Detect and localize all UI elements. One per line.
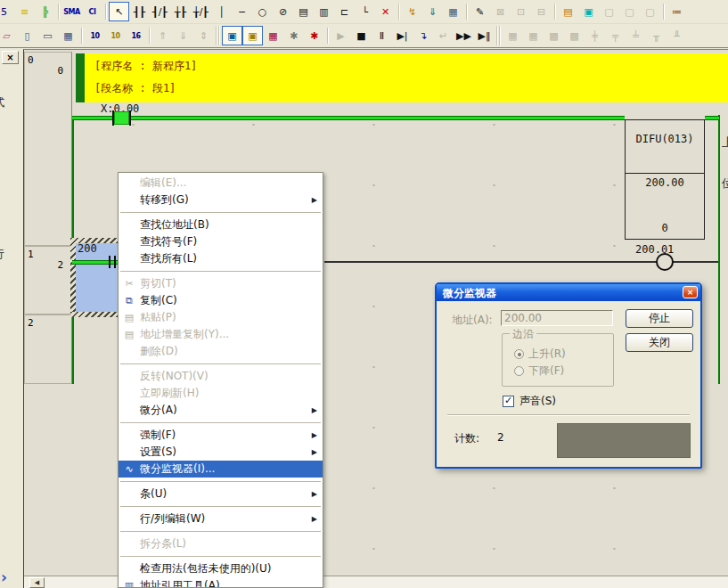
run-to-end-icon[interactable]: ▶‖: [474, 26, 495, 45]
step-into-icon[interactable]: ↴: [413, 26, 433, 45]
transfer-to-plc-icon[interactable]: ↯: [402, 2, 422, 21]
rung-0-output-wire: [705, 116, 719, 120]
decimal-monitor-icon[interactable]: 10: [85, 26, 105, 45]
hex-monitor-icon[interactable]: 16: [126, 26, 146, 45]
dialog-title-bar[interactable]: 微分监视器 ×: [437, 284, 700, 301]
pause-monitor-icon[interactable]: ▣: [242, 26, 263, 45]
cx-programmer-window: 5≡╠SMACI↖┨┠┨/┠╁┠╁/┠│─○⊘▤▥⊏└✕↯⇓▦✎⊠⊡⊟▤▣▢▢▢…: [0, 0, 728, 588]
stop-button[interactable]: 停止: [626, 309, 693, 328]
coil-closed-icon[interactable]: ⊘: [273, 2, 293, 21]
compare-with-plc-icon[interactable]: ▦: [443, 2, 463, 21]
menu-item-differential-monitor[interactable]: ∿微分监视器(I)...: [119, 461, 323, 478]
menu-item-force[interactable]: 强制(F)▶: [119, 427, 323, 444]
toolbar-separator: [463, 2, 470, 21]
or-contact-nc-icon[interactable]: ╁/┠: [191, 2, 211, 21]
menu-item-edit: 编辑(E)...: [119, 175, 323, 192]
dialog-body: 地址(A): 200.00 停止 关闭 边沿 上升(R) 下降(F) ✓ 声音(…: [437, 301, 700, 467]
menu-item-goto[interactable]: 转移到(G)▶: [119, 192, 323, 208]
continuous-step-icon[interactable]: ▶▶: [454, 26, 474, 45]
difu-instruction-block[interactable]: DIFU(013) 200.00 0: [625, 119, 705, 240]
monitor-mode-icon[interactable]: ▣: [222, 26, 242, 45]
ladder-view-icon[interactable]: ≡: [14, 2, 35, 21]
right-comment-2: 位: [722, 176, 728, 192]
address-tool-icon: ▥: [119, 580, 140, 588]
smart-input-icon[interactable]: SMA: [61, 2, 82, 21]
menu-item-set[interactable]: 设置(S)▶: [119, 444, 323, 461]
menu-item-differentiate[interactable]: 微分(A)▶: [119, 402, 323, 419]
dialog-view-icon[interactable]: ▭: [37, 26, 58, 45]
rung-manager-icon[interactable]: ▤: [558, 2, 578, 21]
differential-up-icon: ╤: [605, 26, 626, 45]
transfer-from-plc-icon[interactable]: ⇓: [422, 2, 443, 21]
delete-wire-icon[interactable]: ✕: [375, 2, 396, 21]
contact-icon[interactable]: ┨┠: [129, 2, 150, 21]
comment-list-icon[interactable]: ≔: [667, 2, 687, 21]
program-banner[interactable]: [程序名 : 新程序1] [段名称 : 段1]: [76, 53, 728, 102]
menu-item-row-column-edit[interactable]: 行/列编辑(W)▶: [119, 510, 323, 527]
dialog-close-icon[interactable]: ×: [683, 286, 698, 298]
monitor-window-2-icon: ▢: [619, 2, 640, 21]
menu-item-rung[interactable]: 条(U)▶: [119, 486, 323, 502]
menu-item-find-symbol[interactable]: 查找符号(F): [119, 233, 323, 250]
output-coil[interactable]: [656, 253, 674, 271]
menu-item-label: 拆分条(L): [140, 536, 308, 551]
coil-icon[interactable]: ○: [252, 2, 273, 21]
watch-window-icon[interactable]: ▦: [58, 26, 78, 45]
close-panel-button[interactable]: ×: [2, 51, 19, 64]
radio-unselected-icon: [514, 366, 524, 376]
work-online-icon[interactable]: ▣: [578, 2, 599, 21]
block-call-icon[interactable]: ⊏: [334, 2, 355, 21]
checkbox-checked-icon[interactable]: ✓: [503, 396, 514, 407]
data-trace-icon[interactable]: ▦: [263, 26, 283, 45]
address-field[interactable]: 200.00: [501, 310, 613, 326]
function-block-set-icon[interactable]: ▥: [314, 2, 334, 21]
menu-item-copy[interactable]: ⧉复制(C): [119, 292, 323, 309]
menu-separator: [119, 267, 323, 275]
pause-hand-icon[interactable]: ✱: [283, 26, 304, 45]
menu-item-label: 地址增量复制(Y)...: [140, 327, 308, 342]
menu-item-label: 查找符号(F): [140, 234, 308, 249]
io-comment-icon[interactable]: ▱: [0, 26, 17, 45]
rung-2-margin[interactable]: 2: [24, 314, 72, 384]
watch-icon: ╨: [667, 26, 687, 45]
online-edit-icon[interactable]: ✎: [470, 2, 490, 21]
stop-hand-icon[interactable]: ✱: [304, 26, 324, 45]
vertical-line-icon[interactable]: │: [211, 2, 232, 21]
rung-comment-icon[interactable]: ▯: [17, 26, 37, 45]
function-block-icon[interactable]: ▤: [293, 2, 314, 21]
close-button[interactable]: 关闭: [626, 333, 693, 352]
vertical-end-icon[interactable]: └: [355, 2, 375, 21]
or-contact-icon[interactable]: ╁┠: [170, 2, 191, 21]
menu-item-find-all[interactable]: 查找所有(L): [119, 250, 323, 267]
horizontal-line-icon[interactable]: ─: [232, 2, 252, 21]
menu-item-address-reference-tool[interactable]: ▥地址引用工具(A): [119, 577, 323, 588]
menu-item-check-usage[interactable]: 检查用法(包括未使用的)(U): [119, 560, 323, 577]
difu-mnemonic-cell: [626, 120, 704, 174]
rung-0-step: 0: [57, 65, 63, 77]
run-icon: ▶: [331, 26, 351, 45]
goto-prev-jump-icon: ⇑: [152, 26, 173, 45]
toolbar-separator: [102, 2, 109, 21]
edge-group-box: 边沿 上升(R) 下降(F): [502, 333, 614, 387]
contact-nc-icon[interactable]: ┨/┠: [150, 2, 170, 21]
select-cursor-icon[interactable]: ↖: [109, 2, 129, 21]
sound-checkbox-row[interactable]: ✓ 声音(S): [503, 394, 556, 409]
step-run-icon[interactable]: ▶|: [392, 26, 413, 45]
menu-item-label: 强制(F): [140, 428, 308, 443]
monitor-window-1-icon: ▢: [599, 2, 619, 21]
pause-icon[interactable]: Ⅱ: [372, 26, 392, 45]
scroll-left-button[interactable]: ◀: [29, 577, 45, 588]
signed-decimal-icon[interactable]: 10: [105, 26, 126, 45]
rung-1-wire: [72, 260, 119, 265]
menu-item-find-bit-address[interactable]: 查找位地址(B): [119, 216, 323, 233]
contact-0-on-indicator[interactable]: [114, 111, 129, 125]
stop-icon[interactable]: ■: [351, 26, 372, 45]
rung-0-margin[interactable]: 0 0: [24, 52, 72, 246]
rung-1-margin[interactable]: 1 2: [24, 246, 72, 314]
symbol-tree-icon[interactable]: ╠: [35, 2, 55, 21]
mnemonic-view-icon[interactable]: 5: [0, 2, 14, 21]
panel-scroll-arrow-icon[interactable]: ›: [1, 568, 7, 586]
menu-item-label: 查找位地址(B): [140, 217, 308, 233]
ci-view-icon[interactable]: CI: [82, 2, 102, 21]
menu-item-label: 行/列编辑(W): [140, 511, 308, 527]
